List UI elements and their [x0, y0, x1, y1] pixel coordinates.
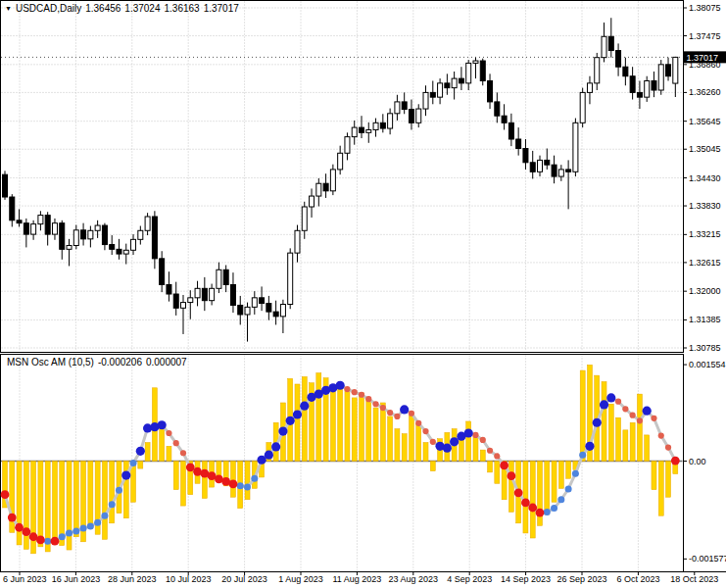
signal-dot-lightblue [73, 528, 79, 535]
candle-body [623, 67, 628, 76]
candle-body [230, 285, 235, 306]
osc-bar [430, 462, 435, 471]
candle-body [488, 80, 493, 101]
candle-body [217, 270, 221, 288]
signal-dot-blue [585, 442, 594, 451]
price-axis[interactable]: 1.380751.374751.368601.362601.356451.350… [684, 3, 726, 353]
signal-dot-lightblue [551, 505, 557, 512]
candle-body [181, 303, 186, 309]
osc-bar [473, 435, 478, 462]
signal-dot-lightblue [579, 452, 586, 459]
osc-bar [338, 383, 343, 462]
signal-dot-lightblue [130, 460, 137, 466]
time-axis-label: 10 Jul 2023 [166, 574, 212, 584]
signal-dot-lightblue [565, 485, 572, 492]
candle [3, 171, 8, 200]
candle-body [266, 304, 271, 313]
candle-body [88, 230, 93, 239]
signal-dot-lightblue [251, 475, 258, 482]
candle-body [117, 249, 121, 254]
candle-body [388, 114, 393, 128]
candle-body [273, 312, 278, 317]
time-axis-label: 6 Jun 2023 [3, 574, 47, 584]
osc-bar [658, 462, 663, 516]
time-axis[interactable]: 6 Jun 202316 Jun 202328 Jun 202310 Jul 2… [1, 572, 726, 585]
price-chart-plot-area[interactable] [1, 1, 683, 352]
osc-bar [566, 462, 571, 479]
signal-dot-salmon [487, 448, 493, 454]
signal-dot-red [15, 523, 24, 532]
oscillator-axis[interactable]: 0.0015540.00-0.001577 [684, 360, 726, 564]
candle-body [502, 116, 507, 122]
candle-body [516, 139, 521, 149]
signal-dot-salmon [637, 417, 643, 423]
time-axis-label: 20 Jul 2023 [221, 574, 267, 584]
candle-body [566, 170, 571, 172]
osc-bar [423, 443, 428, 462]
signal-dot-blue [593, 418, 602, 427]
candle-body [545, 160, 550, 165]
time-axis-label: 16 Jun 2023 [52, 574, 101, 584]
osc-bar [173, 462, 178, 490]
candle-body [373, 122, 378, 129]
osc-bar [60, 462, 65, 546]
candle-body [587, 83, 592, 93]
osc-bar [608, 404, 613, 461]
candle-body [173, 294, 178, 308]
candle-body [60, 223, 65, 250]
osc-axis-label: 0.00 [689, 457, 706, 466]
signal-dot-red [229, 480, 238, 489]
candle-body [138, 230, 143, 239]
chart-canvas[interactable]: 1.380751.374751.368601.362601.356451.350… [0, 0, 726, 588]
candle [580, 88, 585, 127]
candle-body [530, 163, 535, 172]
signal-dot-salmon [422, 428, 428, 434]
osc-bar [160, 426, 165, 461]
candle-body [102, 225, 107, 245]
osc-bar [67, 462, 72, 551]
signal-dot-salmon [359, 392, 364, 398]
signal-dot-lightblue [80, 524, 87, 531]
candle-body [409, 110, 413, 123]
candle [288, 248, 293, 309]
signal-dot-lightblue [544, 509, 551, 515]
indicator-title: MSN Osc AM (10,5)-0.0002060.000007 [7, 357, 191, 368]
chart-window: ▼USDCAD,Daily1.364561.370241.361631.3701… [0, 0, 726, 588]
osc-bar [523, 462, 528, 533]
price-axis-label: 1.32000 [689, 286, 721, 296]
close-value: 1.37017 [204, 3, 239, 14]
time-axis-label: 23 Aug 2023 [389, 574, 439, 584]
signal-dot-salmon [372, 401, 378, 407]
indicator-value: -0.000206 [98, 357, 142, 368]
signal-dot-salmon [352, 389, 358, 395]
indicator-name: MSN Osc AM (10,5) [7, 357, 94, 368]
candle-body [452, 78, 457, 88]
candle-body [316, 183, 321, 196]
candle-body [508, 122, 513, 139]
signal-dot-lightblue [572, 470, 579, 477]
symbol-dropdown-icon[interactable]: ▼ [5, 5, 12, 12]
candle-body [3, 174, 8, 197]
osc-bar [508, 462, 513, 513]
symbol-label: USDCAD,Daily [16, 3, 81, 14]
candle [573, 119, 578, 176]
signal-dot-blue [265, 451, 273, 460]
signal-dot-red [671, 457, 680, 466]
candle-body [195, 288, 200, 298]
candle-body [302, 207, 307, 230]
candle-body [345, 137, 350, 154]
signal-dot-salmon [173, 440, 179, 446]
candle-body [416, 109, 421, 122]
signal-dot-blue [121, 470, 130, 479]
price-axis-label: 1.38075 [689, 3, 721, 13]
candle-body [73, 230, 78, 246]
signal-dot-salmon [480, 437, 486, 443]
candle-body [52, 223, 57, 234]
osc-bar [558, 462, 563, 489]
osc-bar [402, 434, 407, 462]
candle-body [202, 288, 207, 300]
candle-body [673, 57, 678, 83]
signal-dot-salmon [380, 405, 386, 411]
osc-bar [373, 408, 378, 461]
signal-dot-red [521, 499, 530, 508]
